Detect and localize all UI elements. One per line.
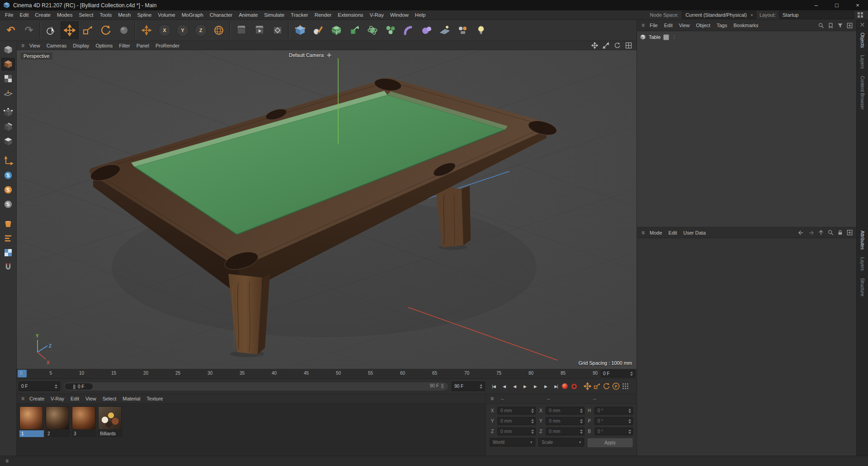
- points-mode-icon[interactable]: [1, 106, 15, 119]
- primitive-cube-icon[interactable]: [291, 21, 309, 39]
- am-menu-edit[interactable]: Edit: [665, 230, 680, 235]
- mograph-icon[interactable]: [363, 21, 382, 39]
- key-scale-icon[interactable]: [593, 382, 601, 390]
- light-icon[interactable]: [472, 21, 490, 39]
- modeling-axis-icon[interactable]: [137, 21, 156, 39]
- spinner[interactable]: [55, 384, 57, 389]
- menu-create[interactable]: Create: [32, 12, 54, 18]
- vp-menu-view[interactable]: View: [26, 43, 43, 48]
- attribute-manager-body[interactable]: [637, 238, 856, 456]
- object-name[interactable]: Table: [649, 34, 660, 40]
- am-menu-mode[interactable]: Mode: [646, 230, 665, 235]
- vp-menu-display[interactable]: Display: [70, 43, 92, 48]
- material-item[interactable]: Billiards: [98, 406, 123, 437]
- mat-menu-create[interactable]: Create: [26, 396, 47, 401]
- new-panel-icon[interactable]: [847, 230, 853, 235]
- pos-y-field[interactable]: 0 mm: [497, 417, 536, 425]
- hamburger-icon[interactable]: ≡: [19, 42, 26, 49]
- play-button[interactable]: ▶: [520, 381, 530, 391]
- lock-y-axis-icon[interactable]: Y: [174, 21, 192, 39]
- menu-modes[interactable]: Modes: [54, 12, 76, 18]
- quantize-icon[interactable]: [1, 261, 15, 273]
- prev-key-button[interactable]: ◀: [499, 381, 509, 391]
- stage-icon[interactable]: [454, 21, 472, 39]
- ruler-frame-field[interactable]: 0 F: [601, 370, 635, 377]
- current-frame-field[interactable]: 0 F: [19, 381, 60, 391]
- menu-window[interactable]: Window: [387, 12, 412, 18]
- maximize-button[interactable]: □: [826, 0, 847, 10]
- material-item[interactable]: 1: [19, 406, 44, 437]
- menu-tracker[interactable]: Tracker: [288, 12, 311, 18]
- solo-off-icon[interactable]: S: [1, 169, 15, 182]
- workplane-mode-icon[interactable]: [1, 87, 15, 99]
- dolly-view-icon[interactable]: [603, 42, 609, 49]
- key-pla-icon[interactable]: [622, 382, 629, 390]
- size-x-field[interactable]: 0 mm: [546, 407, 584, 414]
- mat-menu-texture[interactable]: Texture: [143, 396, 166, 401]
- move-tool-icon[interactable]: [61, 21, 79, 39]
- texture-tag-icon[interactable]: [663, 34, 669, 40]
- tab-objects[interactable]: Objects: [860, 29, 865, 52]
- om-menu-edit[interactable]: Edit: [661, 23, 676, 28]
- menu-vray[interactable]: V-Ray: [367, 12, 387, 18]
- hamburger-icon[interactable]: ≡: [640, 230, 646, 236]
- material-thumbnail[interactable]: [98, 406, 122, 430]
- am-menu-userdata[interactable]: User Data: [680, 230, 709, 235]
- enable-snapping-icon[interactable]: [1, 246, 15, 259]
- record-keyframe-icon[interactable]: [562, 383, 568, 389]
- edit-render-settings-icon[interactable]: [269, 21, 287, 39]
- tab-layers-2[interactable]: Layers: [860, 254, 865, 274]
- object-manager-body[interactable]: Table ⋮: [637, 31, 856, 227]
- rot-b-field[interactable]: 0 °: [594, 428, 633, 435]
- tab-content-browser[interactable]: Content Browser: [860, 72, 865, 113]
- hamburger-icon[interactable]: ≡: [19, 395, 26, 402]
- menu-mesh[interactable]: Mesh: [115, 12, 134, 18]
- material-thumbnail[interactable]: [72, 406, 95, 430]
- material-thumbnail[interactable]: [19, 406, 43, 430]
- layout-grid-icon[interactable]: [857, 12, 863, 18]
- next-key-button[interactable]: ▶: [541, 381, 551, 391]
- menu-character[interactable]: Character: [207, 12, 236, 18]
- layout-select[interactable]: Startup: [779, 11, 854, 19]
- tab-attributes[interactable]: Attributes: [860, 227, 865, 253]
- hamburger-icon[interactable]: ≡: [640, 22, 646, 28]
- lock-icon[interactable]: [837, 230, 843, 235]
- edges-mode-icon[interactable]: [1, 121, 15, 133]
- snap-settings-icon[interactable]: [1, 232, 15, 245]
- timeline-slider[interactable]: ||0 F 90 F||: [64, 382, 448, 391]
- menu-volume[interactable]: Volume: [155, 12, 178, 18]
- menu-edit[interactable]: Edit: [17, 12, 32, 18]
- live-selection-icon[interactable]: [42, 21, 61, 39]
- up-arrow-icon[interactable]: [818, 230, 824, 236]
- mat-menu-material[interactable]: Material: [119, 396, 143, 401]
- viewport-filter-icon[interactable]: [1, 217, 15, 230]
- spline-pen-icon[interactable]: [309, 21, 327, 39]
- close-button[interactable]: ×: [847, 0, 868, 10]
- toggle-views-icon[interactable]: [625, 42, 632, 49]
- solo-single-icon[interactable]: S: [1, 184, 15, 196]
- tab-structure[interactable]: Structure: [860, 274, 865, 300]
- menu-select[interactable]: Select: [75, 12, 96, 18]
- spinner[interactable]: [630, 372, 633, 376]
- perspective-viewport[interactable]: Y Z X Perspective Default Camera Grid Sp…: [17, 50, 637, 369]
- rotate-view-icon[interactable]: [614, 42, 621, 49]
- solo-hierarchy-icon[interactable]: S: [1, 198, 15, 211]
- forward-arrow-icon[interactable]: [808, 230, 814, 236]
- vp-menu-filter[interactable]: Filter: [116, 43, 133, 48]
- object-row-table[interactable]: Table ⋮: [637, 31, 856, 42]
- coord-mode-select[interactable]: Scale▾: [538, 438, 584, 447]
- bookmark-icon[interactable]: [828, 23, 834, 28]
- menu-simulate[interactable]: Simulate: [261, 12, 288, 18]
- goto-end-button[interactable]: ▶|: [551, 381, 561, 391]
- timeline-slider-handle[interactable]: ||0 F: [65, 383, 93, 390]
- om-menu-file[interactable]: File: [646, 23, 661, 28]
- timeline-ruler[interactable]: 05 1015 2025 3035 4045 5055 6065 7075 80…: [17, 369, 637, 379]
- pos-x-field[interactable]: 0 mm: [497, 407, 536, 414]
- material-item[interactable]: 3: [72, 406, 96, 437]
- undo-icon[interactable]: ↶: [2, 21, 20, 39]
- metaball-icon[interactable]: [418, 21, 436, 39]
- rot-p-field[interactable]: 0 °: [594, 417, 633, 425]
- menu-tools[interactable]: Tools: [96, 12, 115, 18]
- mat-menu-vray[interactable]: V-Ray: [47, 396, 67, 401]
- menu-extensions[interactable]: Extensions: [335, 12, 366, 18]
